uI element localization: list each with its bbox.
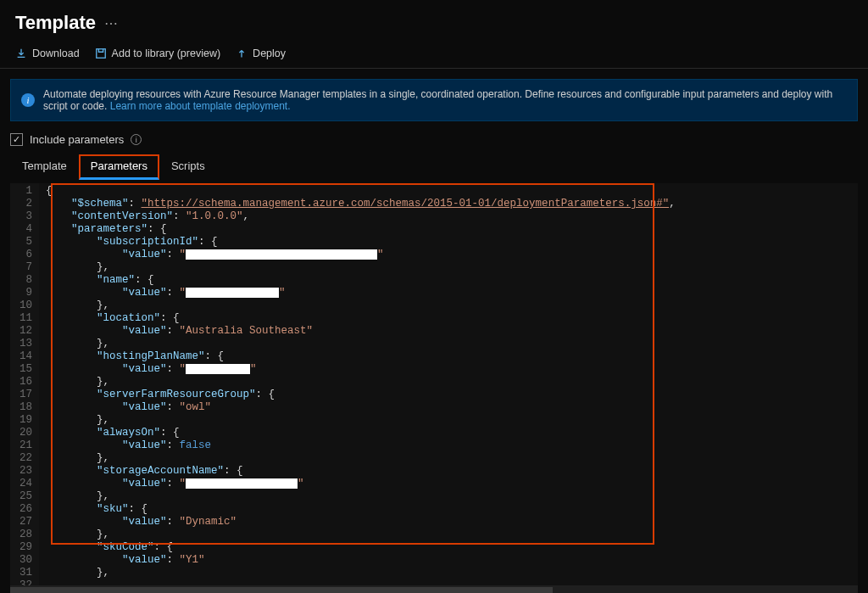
add-library-button[interactable]: Add to library (preview) [95, 48, 221, 59]
horizontal-scrollbar[interactable] [10, 585, 858, 593]
download-icon [15, 48, 27, 59]
svg-rect-0 [96, 49, 105, 59]
save-icon [95, 48, 107, 59]
deploy-label: Deploy [253, 48, 286, 59]
info-icon: i [21, 93, 35, 107]
add-library-label: Add to library (preview) [112, 48, 221, 59]
deploy-button[interactable]: Deploy [236, 48, 286, 59]
tab-scripts[interactable]: Scripts [159, 154, 217, 180]
tab-parameters[interactable]: Parameters [79, 154, 159, 180]
info-text: Automate deploying resources with Azure … [43, 88, 847, 112]
page-title: Template [15, 12, 96, 34]
include-parameters-row: ✓ Include parameters i [0, 130, 868, 154]
code-editor[interactable]: 1234567891011121314151617181920212223242… [10, 183, 858, 593]
download-button[interactable]: Download [15, 48, 80, 59]
code-area[interactable]: { "$schema": "https://schema.management.… [39, 183, 858, 593]
include-parameters-label: Include parameters [30, 133, 124, 146]
editor-wrap: 1234567891011121314151617181920212223242… [10, 183, 858, 593]
include-parameters-checkbox[interactable]: ✓ [10, 133, 23, 146]
page-header: Template ⋯ [0, 0, 868, 42]
include-parameters-info-icon[interactable]: i [131, 134, 142, 145]
command-bar: Download Add to library (preview) Deploy [0, 42, 868, 69]
more-button[interactable]: ⋯ [104, 15, 119, 31]
info-banner: i Automate deploying resources with Azur… [10, 79, 858, 121]
download-label: Download [32, 48, 80, 59]
learn-more-link[interactable]: Learn more about template deployment. [110, 100, 291, 112]
line-gutter: 1234567891011121314151617181920212223242… [10, 183, 39, 593]
deploy-icon [236, 48, 248, 59]
tab-list: Template Parameters Scripts [0, 154, 868, 180]
tab-template[interactable]: Template [10, 154, 79, 180]
horizontal-scrollbar-thumb[interactable] [10, 587, 553, 593]
